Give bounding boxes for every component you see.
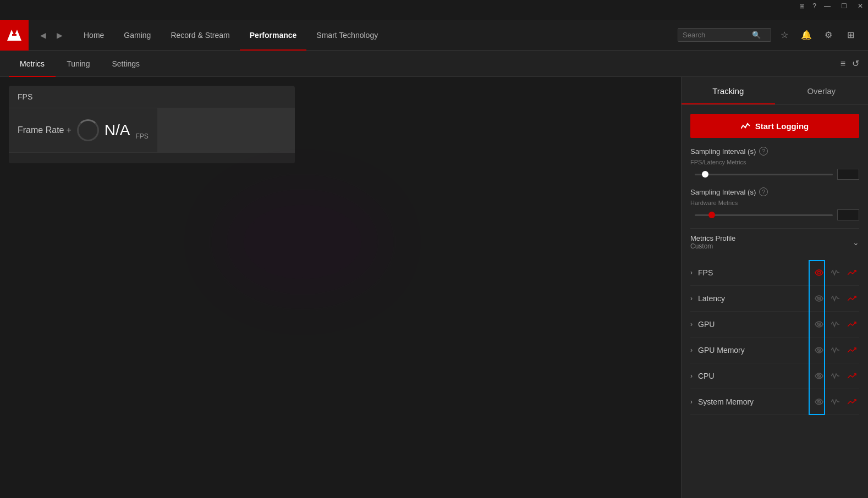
sampling2-slider[interactable] [695, 214, 833, 216]
cpu-waveform-icon [831, 373, 840, 379]
fps-add-icon[interactable]: + [66, 125, 71, 135]
fps-label: Frame Rate [18, 125, 64, 135]
latency-expand-icon[interactable]: › [690, 295, 693, 302]
gpu-memory-trend-icon [848, 347, 856, 353]
fps-expand-icon[interactable]: › [690, 269, 693, 276]
latency-trend-button[interactable] [845, 291, 859, 306]
sampling1-header: Sampling Interval (s) ? [690, 147, 859, 156]
sampling2-label-group: Sampling Interval (s) ? [690, 187, 768, 196]
latency-visibility-button[interactable] [812, 291, 826, 306]
cpu-trend-icon [848, 373, 856, 379]
sampling-interval-1-row: Sampling Interval (s) ? FPS/Latency Metr… [690, 147, 859, 180]
sampling1-slider[interactable] [695, 174, 833, 175]
gpu-memory-visibility-button[interactable] [812, 343, 826, 357]
gpu-memory-metric-icons [812, 343, 859, 357]
logging-chart-icon [741, 122, 751, 130]
gpu-expand-icon[interactable]: › [690, 320, 693, 328]
forward-button[interactable]: ▶ [52, 27, 67, 43]
cpu-metric-icons [812, 369, 859, 383]
metrics-profile-value: Custom [690, 242, 735, 250]
gpu-memory-expand-icon[interactable]: › [690, 346, 693, 354]
system-memory-trend-icon [848, 399, 856, 405]
panel-tab-tracking[interactable]: Tracking [682, 77, 775, 104]
back-button[interactable]: ◀ [35, 27, 51, 43]
sampling2-sublabel: Hardware Metrics [690, 200, 859, 206]
sampling1-slider-row: 0.25 [690, 169, 859, 180]
svg-rect-0 [12, 34, 17, 36]
search-box[interactable]: 🔍 [678, 28, 771, 42]
nav-item-smart[interactable]: Smart Technology [306, 20, 388, 51]
panel-tab-overlay[interactable]: Overlay [775, 77, 869, 104]
sampling1-sublabel: FPS/Latency Metrics [690, 159, 859, 165]
tab-metrics[interactable]: Metrics [9, 51, 56, 77]
settings-button[interactable]: ⚙ [820, 26, 837, 44]
system-memory-visibility-button[interactable] [812, 395, 826, 409]
minimize-button[interactable]: — [820, 0, 835, 12]
nav-item-record[interactable]: Record & Stream [161, 20, 239, 51]
system-memory-trend-button[interactable] [845, 395, 859, 409]
gpu-visibility-button[interactable] [812, 317, 826, 331]
close-button[interactable]: ✕ [853, 0, 868, 12]
sampling1-info-icon[interactable]: ? [759, 147, 768, 156]
fps-label-group: Frame Rate + [18, 125, 72, 135]
latency-metric-name: Latency [698, 294, 812, 303]
tab-tuning[interactable]: Tuning [56, 51, 101, 77]
nav-items: Home Gaming Record & Stream Performance … [74, 20, 678, 51]
gpu-memory-wave-icon[interactable] [828, 343, 843, 357]
cpu-trend-button[interactable] [845, 369, 859, 383]
gpu-memory-trend-button[interactable] [845, 343, 859, 357]
sampling1-label: Sampling Interval (s) [690, 147, 756, 156]
sampling2-info-icon[interactable]: ? [759, 187, 768, 196]
start-logging-button[interactable]: Start Logging [690, 114, 859, 138]
metric-row-gpu: › GPU [690, 312, 859, 337]
metric-row-system-memory: › System Memory [690, 389, 859, 415]
system-memory-eye-off-icon [815, 399, 823, 405]
fps-visibility-button[interactable] [812, 265, 826, 280]
latency-waveform-icon [831, 295, 840, 302]
nav-item-gaming[interactable]: Gaming [114, 20, 161, 51]
cpu-wave-icon[interactable] [828, 369, 843, 383]
system-memory-expand-icon[interactable]: › [690, 398, 693, 406]
tab-items: Metrics Tuning Settings [9, 51, 151, 77]
nav-item-performance[interactable]: Performance [240, 20, 307, 51]
fps-trend-icon [848, 269, 856, 276]
panel-tabs: Tracking Overlay [682, 77, 868, 105]
fps-trend-button[interactable] [845, 265, 859, 280]
latency-trend-icon [848, 295, 856, 302]
maximize-button[interactable]: ☐ [836, 0, 851, 12]
metric-row-gpu-memory: › GPU Memory [690, 337, 859, 363]
undo-icon[interactable]: ↺ [852, 58, 859, 69]
gpu-trend-button[interactable] [845, 317, 859, 331]
account-button[interactable]: ⊞ [842, 26, 859, 44]
gpu-eye-off-icon [815, 321, 823, 328]
fps-card-footer [9, 152, 295, 163]
sampling2-value[interactable]: 1 [837, 209, 859, 220]
fps-unit: FPS [136, 132, 149, 140]
amd-logo [0, 20, 29, 51]
fps-wave-icon[interactable] [828, 265, 843, 280]
system-memory-wave-icon[interactable] [828, 395, 843, 409]
sampling1-thumb[interactable] [702, 171, 708, 178]
latency-wave-icon[interactable] [828, 291, 843, 306]
list-view-icon[interactable]: ≡ [840, 59, 845, 69]
nav-item-home[interactable]: Home [74, 20, 114, 51]
title-bar: ⊞ ? — ☐ ✕ [0, 0, 868, 20]
main-panel: FPS Frame Rate + N/A FPS [0, 77, 681, 498]
cpu-visibility-button[interactable] [812, 369, 826, 383]
search-input[interactable] [683, 31, 749, 39]
sampling2-thumb[interactable] [708, 212, 715, 218]
nav-arrows: ◀ ▶ [29, 27, 74, 43]
cpu-expand-icon[interactable]: › [690, 372, 693, 380]
metrics-profile-label-group: Metrics Profile Custom [690, 234, 735, 250]
gpu-wave-icon[interactable] [828, 317, 843, 331]
favorites-button[interactable]: ☆ [776, 26, 793, 44]
gpu-memory-metric-name: GPU Memory [698, 346, 812, 355]
sampling2-label: Sampling Interval (s) [690, 188, 756, 196]
metrics-profile-chevron-icon[interactable]: ⌄ [853, 238, 859, 247]
fps-card: FPS Frame Rate + N/A FPS [9, 86, 295, 163]
tab-settings[interactable]: Settings [101, 51, 151, 77]
fps-metric: Frame Rate + N/A FPS [9, 108, 157, 152]
sampling1-value[interactable]: 0.25 [837, 169, 859, 180]
notifications-button[interactable]: 🔔 [798, 26, 815, 44]
metric-row-fps: › FPS [690, 260, 859, 286]
